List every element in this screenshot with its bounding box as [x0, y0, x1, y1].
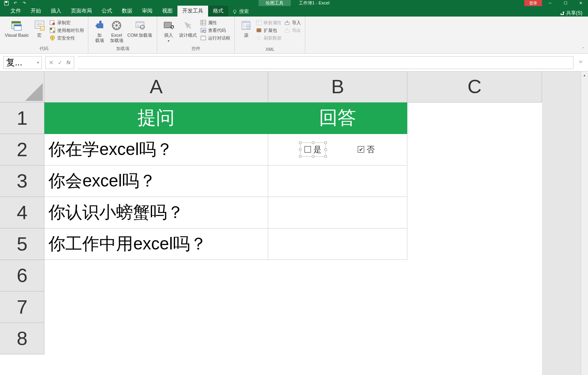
- row-header-1[interactable]: 1: [0, 102, 44, 134]
- select-all-corner[interactable]: [0, 71, 44, 102]
- scroll-up-icon[interactable]: ▴: [581, 71, 588, 79]
- row-header-6[interactable]: 6: [0, 260, 44, 291]
- tab-layout[interactable]: 页面布局: [66, 6, 97, 17]
- tell-me-search[interactable]: 搜索: [228, 6, 253, 17]
- use-relative-button[interactable]: 使用相对引用: [48, 27, 85, 34]
- cell-c5[interactable]: [407, 228, 542, 260]
- svg-point-2: [234, 10, 236, 13]
- run-dialog-button[interactable]: 运行对话框: [199, 34, 231, 42]
- col-header-b[interactable]: B: [268, 71, 407, 102]
- name-box[interactable]: 复... ▾: [3, 56, 42, 69]
- macros-button[interactable]: 宏: [31, 18, 48, 38]
- macro-security-button[interactable]: !宏安全性: [48, 34, 85, 42]
- close-icon[interactable]: ✕: [573, 0, 588, 6]
- save-icon[interactable]: [3, 0, 10, 6]
- cell-b5[interactable]: [268, 228, 407, 260]
- refresh-data-button[interactable]: 刷新数据: [255, 34, 282, 42]
- tab-review[interactable]: 审阅: [137, 6, 157, 17]
- addins-button[interactable]: 加 载项: [92, 18, 108, 43]
- maximize-icon[interactable]: ☐: [558, 0, 573, 6]
- expansion-pack-button[interactable]: 扩展包: [255, 27, 282, 34]
- cell-b6[interactable]: [268, 260, 407, 291]
- export-icon: [284, 27, 290, 34]
- fx-icon[interactable]: fx: [67, 59, 71, 65]
- enter-icon[interactable]: ✓: [58, 59, 63, 66]
- cell-a7[interactable]: [44, 291, 268, 323]
- view-code-button[interactable]: 查看代码: [199, 27, 231, 34]
- worksheet-grid[interactable]: A B C 1 提问 回答 2 你在学excel吗？: [0, 71, 542, 354]
- import-button[interactable]: 导入: [283, 19, 302, 26]
- formula-input[interactable]: [77, 56, 573, 69]
- login-button[interactable]: 登录: [524, 0, 542, 6]
- cell-c3[interactable]: [407, 165, 542, 197]
- row-header-8[interactable]: 8: [0, 323, 44, 354]
- cell-b1[interactable]: 回答: [268, 102, 407, 134]
- tab-format[interactable]: 格式: [208, 6, 228, 17]
- row-header-4[interactable]: 4: [0, 197, 44, 228]
- share-button[interactable]: 共享(S): [560, 10, 582, 17]
- vertical-scrollbar[interactable]: ▴: [581, 71, 588, 375]
- cell-c8[interactable]: [407, 323, 542, 354]
- tab-file[interactable]: 文件: [6, 6, 26, 17]
- cell-a3[interactable]: 你会excel吗？: [44, 165, 268, 197]
- context-tool-label: 绘图工具: [259, 0, 291, 6]
- checkbox-no[interactable]: 否: [358, 144, 375, 155]
- checkbox-yes[interactable]: 是: [300, 143, 325, 156]
- formula-tools: ✕ ✓ fx: [45, 56, 74, 69]
- cell-b4[interactable]: [268, 197, 407, 228]
- properties-button[interactable]: 属性: [199, 19, 231, 26]
- com-addins-button[interactable]: COM 加载项: [126, 18, 154, 38]
- quick-access-toolbar: ↶ ↷: [0, 0, 27, 6]
- cell-b2[interactable]: 是 否: [268, 134, 407, 165]
- row-header-7[interactable]: 7: [0, 291, 44, 323]
- cell-c1[interactable]: [407, 102, 542, 134]
- excel-addins-button[interactable]: Excel 加载项: [108, 18, 125, 43]
- row-header-3[interactable]: 3: [0, 165, 44, 197]
- tab-data[interactable]: 数据: [117, 6, 137, 17]
- cell-c2[interactable]: [407, 134, 542, 165]
- tab-formulas[interactable]: 公式: [97, 6, 117, 17]
- record-macro-button[interactable]: 录制宏: [48, 19, 85, 26]
- design-mode-button[interactable]: 设计模式: [177, 18, 198, 38]
- undo-icon[interactable]: ↶: [12, 0, 19, 6]
- col-header-a[interactable]: A: [44, 71, 268, 102]
- row-header-2[interactable]: 2: [0, 134, 44, 165]
- cell-a8[interactable]: [44, 323, 268, 354]
- map-properties-button[interactable]: 映射属性: [255, 19, 282, 26]
- cell-a6[interactable]: [44, 260, 268, 291]
- tab-insert[interactable]: 插入: [46, 6, 66, 17]
- svg-rect-12: [50, 28, 52, 30]
- tab-home[interactable]: 开始: [26, 6, 46, 17]
- cell-b7[interactable]: [268, 291, 407, 323]
- name-box-dropdown-icon[interactable]: ▾: [37, 61, 39, 65]
- tab-view[interactable]: 视图: [157, 6, 177, 17]
- row-header-5[interactable]: 5: [0, 228, 44, 260]
- redo-icon[interactable]: ↷: [21, 0, 27, 6]
- visual-basic-button[interactable]: Visual Basic: [3, 18, 31, 38]
- cell-c7[interactable]: [407, 291, 542, 323]
- cell-b8[interactable]: [268, 323, 407, 354]
- group-xml: 源 映射属性 扩展包 刷新数据 导入 导出 XML: [235, 17, 305, 53]
- svg-rect-30: [256, 20, 261, 25]
- col-header-c[interactable]: C: [407, 71, 542, 102]
- checkbox-no-box[interactable]: [358, 146, 364, 153]
- formula-bar: 复... ▾ ✕ ✓ fx: [0, 54, 588, 71]
- cell-a5[interactable]: 你工作中用excel吗？: [44, 228, 268, 260]
- cell-b3[interactable]: [268, 165, 407, 197]
- formula-expand-icon[interactable]: [577, 60, 585, 65]
- cell-a1[interactable]: 提问: [44, 102, 268, 134]
- export-button[interactable]: 导出: [283, 27, 302, 34]
- tab-developer[interactable]: 开发工具: [177, 6, 208, 17]
- com-addins-icon: [133, 19, 146, 32]
- cell-c6[interactable]: [407, 260, 542, 291]
- cancel-icon[interactable]: ✕: [49, 59, 54, 66]
- cell-a4[interactable]: 你认识小螃蟹吗？: [44, 197, 268, 228]
- cell-c4[interactable]: [407, 197, 542, 228]
- source-button[interactable]: 源: [238, 18, 254, 38]
- cell-a2[interactable]: 你在学excel吗？: [44, 134, 268, 165]
- insert-control-button[interactable]: 插入▾: [161, 18, 177, 44]
- svg-rect-8: [40, 26, 44, 30]
- minimize-icon[interactable]: ─: [543, 0, 557, 6]
- collapse-ribbon-icon[interactable]: ˆ: [582, 47, 584, 52]
- checkbox-yes-box[interactable]: [304, 146, 311, 153]
